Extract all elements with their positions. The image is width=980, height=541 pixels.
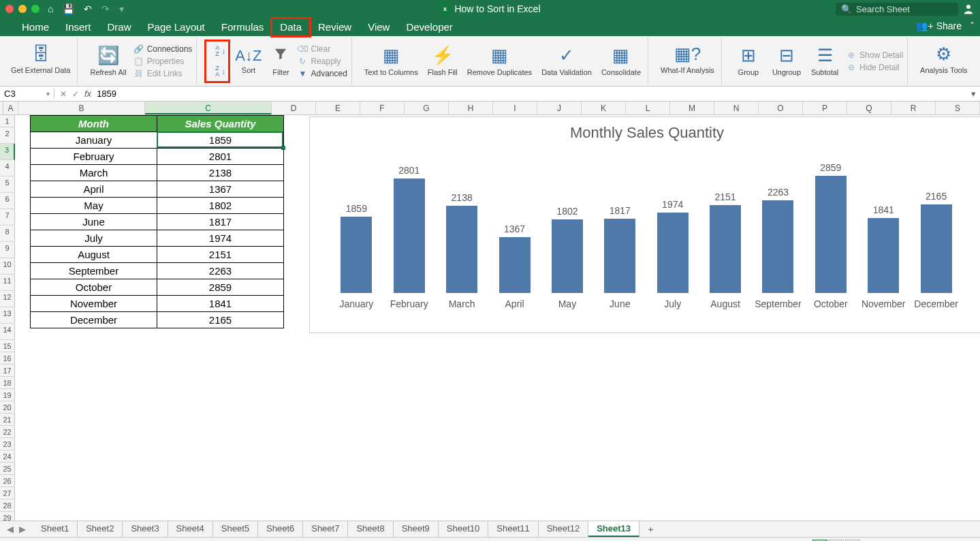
cell[interactable]: 2263 xyxy=(157,263,284,279)
clear-filter-button[interactable]: ⌫Clear xyxy=(297,44,347,54)
cell[interactable]: 2138 xyxy=(157,165,284,181)
cell[interactable]: May xyxy=(31,198,157,214)
cell[interactable]: April xyxy=(31,181,157,198)
enter-formula-icon[interactable]: ✓ xyxy=(72,89,79,99)
add-sheet-button[interactable]: ＋ xyxy=(639,521,662,538)
tab-home[interactable]: Home xyxy=(14,18,57,36)
ungroup-button[interactable]: ⊟Ungroup xyxy=(770,41,804,82)
sheet-tab-sheet3[interactable]: Sheet3 xyxy=(123,521,168,537)
row-header-5[interactable]: 5 xyxy=(0,176,15,193)
analysis-tools-button[interactable]: ⚙Analysis Tools xyxy=(917,39,970,80)
chart-bar[interactable] xyxy=(394,179,425,293)
fill-handle[interactable] xyxy=(281,146,285,150)
prev-sheet-icon[interactable]: ◀ xyxy=(7,524,14,534)
row-header-11[interactable]: 11 xyxy=(0,275,15,291)
cell[interactable]: 1367 xyxy=(157,181,284,198)
sheet-tab-sheet12[interactable]: Sheet12 xyxy=(539,521,588,537)
row-header-1[interactable]: 1 xyxy=(0,115,15,127)
column-header-j[interactable]: J xyxy=(537,102,582,114)
tab-page-layout[interactable]: Page Layout xyxy=(140,18,213,36)
column-header-a[interactable]: A xyxy=(3,102,18,114)
column-header-o[interactable]: O xyxy=(759,102,803,114)
undo-icon[interactable]: ↶ xyxy=(84,3,92,14)
what-if-button[interactable]: ▦?What-If Analysis xyxy=(658,39,717,80)
cell[interactable]: 1817 xyxy=(157,214,284,230)
name-box-dropdown-icon[interactable]: ▾ xyxy=(46,90,50,97)
row-header-24[interactable]: 24 xyxy=(0,450,15,463)
save-icon[interactable]: 💾 xyxy=(63,3,74,14)
formula-input[interactable]: 1859 xyxy=(97,89,116,99)
row-header-10[interactable]: 10 xyxy=(0,258,15,275)
column-header-r[interactable]: R xyxy=(891,102,936,114)
cell[interactable]: 2165 xyxy=(157,312,284,328)
edit-links-button[interactable]: ⛓Edit Links xyxy=(133,69,193,78)
row-header-7[interactable]: 7 xyxy=(0,209,15,226)
sheet-tab-sheet2[interactable]: Sheet2 xyxy=(78,521,123,537)
sheet-tab-sheet4[interactable]: Sheet4 xyxy=(168,521,213,537)
row-header-22[interactable]: 22 xyxy=(0,426,15,438)
data-validation-button[interactable]: ✓Data Validation xyxy=(539,41,595,82)
table-header-month[interactable]: Month xyxy=(31,116,157,132)
cell[interactable]: October xyxy=(31,279,157,296)
remove-duplicates-button[interactable]: ▦Remove Duplicates xyxy=(464,41,535,82)
redo-icon[interactable]: ↷ xyxy=(101,3,110,14)
cell[interactable]: 1859 xyxy=(157,132,284,149)
row-header-26[interactable]: 26 xyxy=(0,475,15,487)
chart-bar[interactable] xyxy=(446,206,477,293)
row-header-6[interactable]: 6 xyxy=(0,193,15,209)
chart-bar[interactable] xyxy=(341,217,372,293)
column-header-q[interactable]: Q xyxy=(847,102,891,114)
column-header-k[interactable]: K xyxy=(582,102,626,114)
cell[interactable]: August xyxy=(31,247,157,263)
column-header-c[interactable]: C xyxy=(145,102,272,114)
column-header-b[interactable]: B xyxy=(18,102,145,114)
table-header-sales[interactable]: Sales Quantity xyxy=(157,116,284,132)
chart-bar[interactable] xyxy=(604,219,635,293)
column-header-p[interactable]: P xyxy=(803,102,847,114)
sheet-tab-sheet13[interactable]: Sheet13 xyxy=(588,521,639,537)
sheet-tab-sheet11[interactable]: Sheet11 xyxy=(488,521,538,537)
flash-fill-button[interactable]: ⚡Flash Fill xyxy=(425,41,460,82)
row-header-8[interactable]: 8 xyxy=(0,226,15,242)
row-header-28[interactable]: 28 xyxy=(0,499,15,512)
chart-bar[interactable] xyxy=(815,176,847,293)
column-header-m[interactable]: M xyxy=(670,102,714,114)
get-external-data-button[interactable]: 🗄 Get External Data xyxy=(8,39,73,80)
row-header-18[interactable]: 18 xyxy=(0,377,15,389)
chart-bar[interactable] xyxy=(552,219,583,293)
sheet-tab-sheet1[interactable]: Sheet1 xyxy=(33,521,78,537)
text-to-columns-button[interactable]: ▦Text to Columns xyxy=(362,41,421,82)
sheet-tab-sheet6[interactable]: Sheet6 xyxy=(258,521,303,537)
chart-bar[interactable] xyxy=(657,213,689,293)
sheet-tab-sheet8[interactable]: Sheet8 xyxy=(348,521,393,537)
show-detail-button[interactable]: ⊕Show Detail xyxy=(846,50,903,60)
row-header-4[interactable]: 4 xyxy=(0,160,15,176)
chart-bar[interactable] xyxy=(710,205,741,293)
row-header-14[interactable]: 14 xyxy=(0,324,15,340)
sheet-tab-sheet5[interactable]: Sheet5 xyxy=(213,521,258,537)
column-header-l[interactable]: L xyxy=(626,102,670,114)
row-header-29[interactable]: 29 xyxy=(0,512,15,521)
reapply-button[interactable]: ↻Reapply xyxy=(297,57,347,66)
maximize-window-button[interactable] xyxy=(31,5,39,13)
user-icon[interactable] xyxy=(962,3,975,15)
filter-button[interactable]: Filter xyxy=(268,41,293,82)
search-input[interactable]: 🔍 Search Sheet xyxy=(836,3,958,16)
chart-bar[interactable] xyxy=(762,200,793,293)
cell[interactable]: July xyxy=(31,230,157,247)
cell[interactable]: November xyxy=(31,296,157,312)
column-header-e[interactable]: E xyxy=(316,102,360,114)
sheet-tab-sheet10[interactable]: Sheet10 xyxy=(439,521,488,537)
column-header-f[interactable]: F xyxy=(360,102,405,114)
connections-button[interactable]: 🔗Connections xyxy=(133,44,193,54)
row-header-27[interactable]: 27 xyxy=(0,487,15,499)
next-sheet-icon[interactable]: ▶ xyxy=(19,524,26,534)
expand-formula-bar-icon[interactable]: ▾ xyxy=(967,89,980,99)
row-header-21[interactable]: 21 xyxy=(0,414,15,426)
tab-review[interactable]: Review xyxy=(310,18,360,36)
cell-grid[interactable]: Month Sales Quantity January1859February… xyxy=(15,115,980,521)
cell[interactable]: 1841 xyxy=(157,296,284,312)
row-header-17[interactable]: 17 xyxy=(0,365,15,377)
group-button[interactable]: ⊞Group xyxy=(731,41,765,82)
cell[interactable]: 2859 xyxy=(157,279,284,296)
